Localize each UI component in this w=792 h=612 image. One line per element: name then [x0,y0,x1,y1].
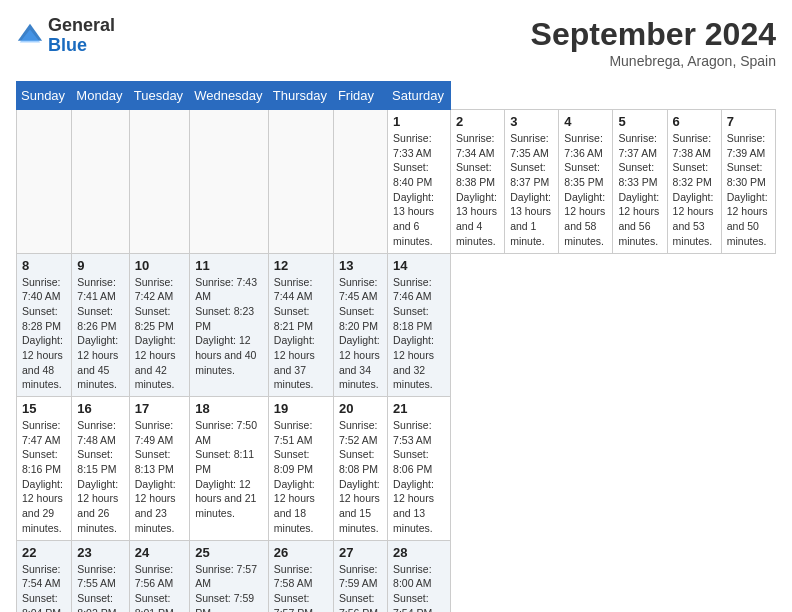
calendar-cell: 11Sunrise: 7:43 AMSunset: 8:23 PMDayligh… [190,253,269,397]
calendar-cell: 26Sunrise: 7:58 AMSunset: 7:57 PMDayligh… [268,540,333,612]
day-info: Sunrise: 7:59 AMSunset: 7:56 PMDaylight:… [339,562,382,613]
day-number: 27 [339,545,382,560]
day-number: 19 [274,401,328,416]
calendar-cell: 27Sunrise: 7:59 AMSunset: 7:56 PMDayligh… [333,540,387,612]
day-info: Sunrise: 7:51 AMSunset: 8:09 PMDaylight:… [274,418,328,536]
calendar-cell: 2Sunrise: 7:34 AMSunset: 8:38 PMDaylight… [451,110,505,254]
day-number: 20 [339,401,382,416]
calendar-cell [333,110,387,254]
weekday-header-tuesday: Tuesday [129,82,189,110]
weekday-header-saturday: Saturday [388,82,451,110]
calendar-cell: 8Sunrise: 7:40 AMSunset: 8:28 PMDaylight… [17,253,72,397]
day-number: 18 [195,401,263,416]
calendar-cell [268,110,333,254]
calendar-cell [72,110,129,254]
calendar-cell: 14Sunrise: 7:46 AMSunset: 8:18 PMDayligh… [388,253,451,397]
day-number: 1 [393,114,445,129]
day-number: 13 [339,258,382,273]
logo-general-text: General [48,15,115,35]
logo-blue-text: Blue [48,35,87,55]
calendar-cell: 12Sunrise: 7:44 AMSunset: 8:21 PMDayligh… [268,253,333,397]
calendar-week-row: 1Sunrise: 7:33 AMSunset: 8:40 PMDaylight… [17,110,776,254]
day-info: Sunrise: 7:49 AMSunset: 8:13 PMDaylight:… [135,418,184,536]
day-info: Sunrise: 7:41 AMSunset: 8:26 PMDaylight:… [77,275,123,393]
calendar-cell: 21Sunrise: 7:53 AMSunset: 8:06 PMDayligh… [388,397,451,541]
day-number: 22 [22,545,66,560]
day-info: Sunrise: 7:45 AMSunset: 8:20 PMDaylight:… [339,275,382,393]
day-info: Sunrise: 7:39 AMSunset: 8:30 PMDaylight:… [727,131,770,249]
calendar-cell [129,110,189,254]
day-info: Sunrise: 7:35 AMSunset: 8:37 PMDaylight:… [510,131,553,249]
calendar-cell: 22Sunrise: 7:54 AMSunset: 8:04 PMDayligh… [17,540,72,612]
calendar-cell [17,110,72,254]
calendar-cell: 13Sunrise: 7:45 AMSunset: 8:20 PMDayligh… [333,253,387,397]
month-year: September 2024 [531,16,776,53]
calendar-cell: 24Sunrise: 7:56 AMSunset: 8:01 PMDayligh… [129,540,189,612]
calendar-week-row: 22Sunrise: 7:54 AMSunset: 8:04 PMDayligh… [17,540,776,612]
day-info: Sunrise: 7:48 AMSunset: 8:15 PMDaylight:… [77,418,123,536]
calendar-cell [190,110,269,254]
day-info: Sunrise: 7:55 AMSunset: 8:02 PMDaylight:… [77,562,123,613]
calendar-cell: 1Sunrise: 7:33 AMSunset: 8:40 PMDaylight… [388,110,451,254]
day-number: 16 [77,401,123,416]
calendar-cell: 4Sunrise: 7:36 AMSunset: 8:35 PMDaylight… [559,110,613,254]
day-number: 2 [456,114,499,129]
day-number: 4 [564,114,607,129]
calendar-cell: 6Sunrise: 7:38 AMSunset: 8:32 PMDaylight… [667,110,721,254]
calendar-cell: 28Sunrise: 8:00 AMSunset: 7:54 PMDayligh… [388,540,451,612]
weekday-header-wednesday: Wednesday [190,82,269,110]
calendar-week-row: 15Sunrise: 7:47 AMSunset: 8:16 PMDayligh… [17,397,776,541]
day-info: Sunrise: 7:52 AMSunset: 8:08 PMDaylight:… [339,418,382,536]
day-number: 12 [274,258,328,273]
weekday-header-monday: Monday [72,82,129,110]
day-number: 8 [22,258,66,273]
day-number: 17 [135,401,184,416]
day-number: 25 [195,545,263,560]
calendar-header-row: SundayMondayTuesdayWednesdayThursdayFrid… [17,82,776,110]
logo-icon [16,22,44,50]
calendar-cell: 9Sunrise: 7:41 AMSunset: 8:26 PMDaylight… [72,253,129,397]
day-info: Sunrise: 7:34 AMSunset: 8:38 PMDaylight:… [456,131,499,249]
calendar-cell: 23Sunrise: 7:55 AMSunset: 8:02 PMDayligh… [72,540,129,612]
calendar-cell: 16Sunrise: 7:48 AMSunset: 8:15 PMDayligh… [72,397,129,541]
day-number: 23 [77,545,123,560]
day-info: Sunrise: 7:42 AMSunset: 8:25 PMDaylight:… [135,275,184,393]
weekday-header-sunday: Sunday [17,82,72,110]
day-number: 26 [274,545,328,560]
calendar-cell: 3Sunrise: 7:35 AMSunset: 8:37 PMDaylight… [505,110,559,254]
weekday-header-thursday: Thursday [268,82,333,110]
day-number: 15 [22,401,66,416]
day-info: Sunrise: 7:36 AMSunset: 8:35 PMDaylight:… [564,131,607,249]
day-number: 14 [393,258,445,273]
day-info: Sunrise: 7:33 AMSunset: 8:40 PMDaylight:… [393,131,445,249]
day-number: 9 [77,258,123,273]
weekday-header-friday: Friday [333,82,387,110]
day-info: Sunrise: 7:40 AMSunset: 8:28 PMDaylight:… [22,275,66,393]
day-info: Sunrise: 8:00 AMSunset: 7:54 PMDaylight:… [393,562,445,613]
day-number: 5 [618,114,661,129]
day-number: 24 [135,545,184,560]
day-info: Sunrise: 7:56 AMSunset: 8:01 PMDaylight:… [135,562,184,613]
page-header: General Blue September 2024 Munebrega, A… [16,16,776,69]
day-number: 11 [195,258,263,273]
calendar-cell: 20Sunrise: 7:52 AMSunset: 8:08 PMDayligh… [333,397,387,541]
calendar-cell: 10Sunrise: 7:42 AMSunset: 8:25 PMDayligh… [129,253,189,397]
day-info: Sunrise: 7:46 AMSunset: 8:18 PMDaylight:… [393,275,445,393]
day-info: Sunrise: 7:47 AMSunset: 8:16 PMDaylight:… [22,418,66,536]
day-info: Sunrise: 7:43 AMSunset: 8:23 PMDaylight:… [195,275,263,378]
calendar-cell: 15Sunrise: 7:47 AMSunset: 8:16 PMDayligh… [17,397,72,541]
calendar-cell: 25Sunrise: 7:57 AMSunset: 7:59 PMDayligh… [190,540,269,612]
calendar-cell: 5Sunrise: 7:37 AMSunset: 8:33 PMDaylight… [613,110,667,254]
day-number: 10 [135,258,184,273]
calendar-table: SundayMondayTuesdayWednesdayThursdayFrid… [16,81,776,612]
day-number: 7 [727,114,770,129]
day-info: Sunrise: 7:58 AMSunset: 7:57 PMDaylight:… [274,562,328,613]
day-number: 3 [510,114,553,129]
calendar-week-row: 8Sunrise: 7:40 AMSunset: 8:28 PMDaylight… [17,253,776,397]
calendar-cell: 19Sunrise: 7:51 AMSunset: 8:09 PMDayligh… [268,397,333,541]
day-info: Sunrise: 7:53 AMSunset: 8:06 PMDaylight:… [393,418,445,536]
day-info: Sunrise: 7:57 AMSunset: 7:59 PMDaylight:… [195,562,263,613]
day-info: Sunrise: 7:37 AMSunset: 8:33 PMDaylight:… [618,131,661,249]
calendar-cell: 17Sunrise: 7:49 AMSunset: 8:13 PMDayligh… [129,397,189,541]
day-info: Sunrise: 7:50 AMSunset: 8:11 PMDaylight:… [195,418,263,521]
